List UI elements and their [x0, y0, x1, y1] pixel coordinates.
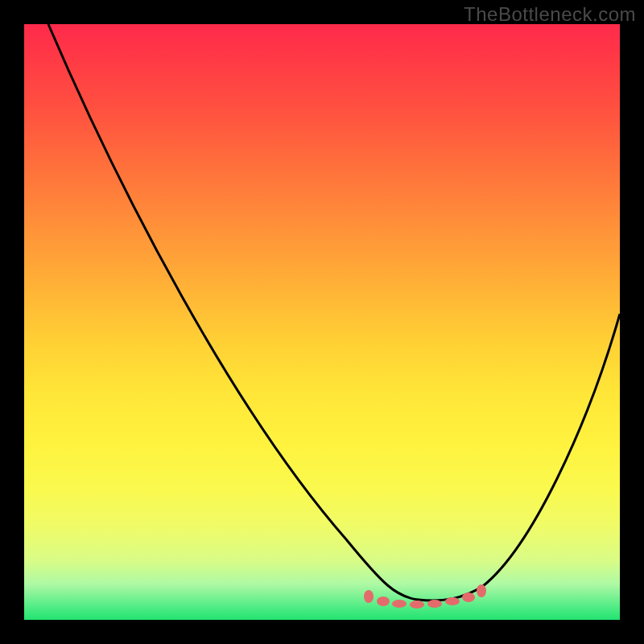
bottleneck-curve-path	[48, 24, 620, 601]
dash-dot	[445, 597, 460, 605]
chart-frame: TheBottleneck.com	[0, 0, 644, 644]
dash-dot	[377, 597, 390, 606]
dash-dot	[462, 592, 475, 602]
dash-dot	[410, 601, 424, 609]
watermark-text: TheBottleneck.com	[464, 3, 636, 26]
dash-dot	[477, 584, 486, 597]
dash-dot	[427, 600, 442, 608]
dash-dot	[392, 600, 407, 608]
plot-area	[24, 24, 620, 620]
optimal-dash-group	[364, 584, 486, 609]
dash-dot	[364, 590, 374, 603]
bottleneck-curve	[24, 24, 620, 620]
